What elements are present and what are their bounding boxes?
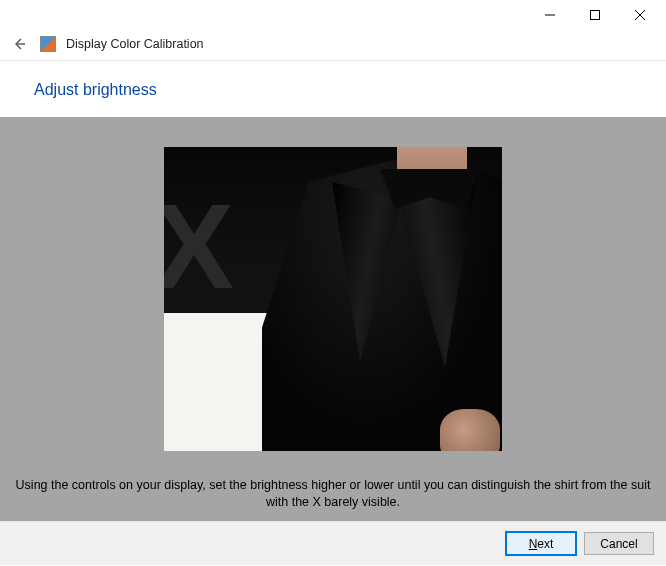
next-button-rest: ext [537, 537, 553, 551]
page-heading: Adjust brightness [0, 61, 666, 117]
cancel-button[interactable]: Cancel [584, 532, 654, 555]
footer-bar: Next Cancel [0, 521, 666, 565]
app-icon [40, 36, 56, 52]
window-title: Display Color Calibration [66, 37, 204, 51]
content-stage: X Using the controls on your display, se… [0, 117, 666, 521]
calibration-sample-image: X [164, 147, 502, 451]
close-button[interactable] [617, 1, 662, 29]
maximize-button[interactable] [572, 1, 617, 29]
instruction-text: Using the controls on your display, set … [0, 477, 666, 511]
minimize-button[interactable] [527, 1, 572, 29]
back-button[interactable] [8, 33, 30, 55]
nav-row: Display Color Calibration [0, 30, 666, 58]
svg-rect-1 [590, 11, 599, 20]
title-bar [0, 0, 666, 30]
next-button[interactable]: Next [506, 532, 576, 555]
